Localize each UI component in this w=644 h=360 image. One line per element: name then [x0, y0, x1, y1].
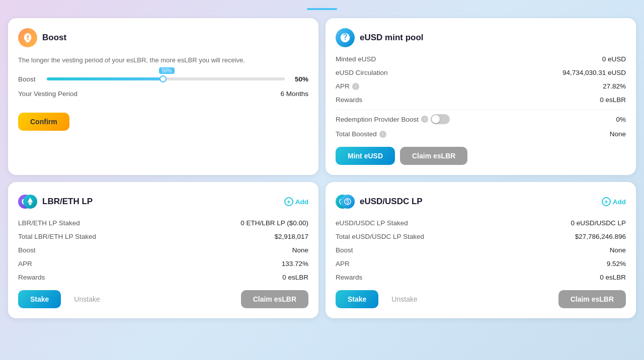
- main-grid: Boost The longer the vesting period of y…: [8, 18, 636, 318]
- eusd-mint-pool-title: eUSD mint pool: [360, 33, 424, 43]
- boost-slider-value: 50%: [291, 75, 308, 83]
- redemption-toggle[interactable]: [431, 114, 450, 124]
- eth-icon: [26, 198, 34, 206]
- apr-label: APR i: [336, 82, 359, 90]
- usdc-lp-icon-circle: [341, 195, 355, 209]
- usdc-lp-icon: [344, 198, 352, 206]
- eusd-usdc-add-circle-icon: +: [602, 197, 611, 206]
- lbr-eth-total-staked-label: Total LBR/ETH LP Staked: [18, 233, 96, 240]
- redemption-value: 0%: [616, 116, 626, 123]
- lbr-eth-boost-value: None: [292, 246, 308, 254]
- lbr-eth-total-staked-value: $2,918,017: [274, 233, 308, 240]
- eusd-mint-pool-header: eUSD mint pool: [336, 28, 626, 47]
- eusd-usdc-stake-button[interactable]: Stake: [336, 290, 378, 308]
- lbr-eth-stake-button[interactable]: Stake: [18, 290, 61, 308]
- boost-slider-fill: 50%: [47, 77, 166, 80]
- apr-info-icon[interactable]: i: [352, 83, 359, 90]
- eusd-circulation-value: 94,734,030.31 eUSD: [562, 69, 626, 76]
- boost-icon-circle: [18, 28, 37, 47]
- boost-slider-pct-badge: 50%: [159, 67, 174, 74]
- minted-eusd-label: Minted eUSD: [336, 55, 376, 63]
- total-boosted-value: None: [610, 130, 626, 138]
- lbr-eth-apr-row: APR 133.72%: [18, 260, 308, 267]
- vesting-value: 6 Months: [280, 90, 308, 98]
- eusd-usdc-total-staked-value: $27,786,246.896: [575, 233, 626, 240]
- lbr-eth-apr-label: APR: [18, 260, 32, 267]
- eusd-usdc-boost-value: None: [610, 246, 626, 254]
- eusd-icon: [340, 32, 351, 43]
- lbr-eth-add-group: + Add: [284, 197, 308, 206]
- eusd-usdc-rewards-value: 0 esLBR: [600, 274, 626, 281]
- boost-description: The longer the vesting period of your es…: [18, 55, 308, 65]
- eusd-circulation-label: eUSD Circulation: [336, 69, 388, 76]
- redemption-provider-label: Redemption Provider Boost i: [336, 114, 450, 124]
- lbr-eth-btn-group: Stake Unstake Claim esLBR: [18, 290, 308, 308]
- eusd-usdc-staked-value: 0 eUSD/USDC LP: [571, 219, 626, 227]
- boost-slider-label: Boost: [18, 75, 41, 83]
- eusd-mint-pool-btn-group: Mint eUSD Claim esLBR: [336, 147, 626, 165]
- minted-eusd-row: Minted eUSD 0 eUSD: [336, 55, 626, 63]
- eth-icon-circle: [23, 195, 37, 209]
- lbr-eth-staked-row: LBR/ETH LP Staked 0 ETH/LBR LP ($0.00): [18, 219, 308, 227]
- eusd-usdc-boost-row: Boost None: [336, 246, 626, 254]
- eusd-usdc-add-label: Add: [613, 198, 626, 206]
- eusd-usdc-apr-value: 9.52%: [607, 260, 626, 267]
- add-circle-icon: +: [284, 197, 293, 206]
- total-boosted-info-icon[interactable]: i: [379, 131, 386, 138]
- lbr-eth-icon-group: [18, 192, 37, 211]
- eusd-usdc-unstake-button[interactable]: Unstake: [383, 290, 425, 308]
- boost-title: Boost: [42, 33, 66, 43]
- eusd-usdc-boost-label: Boost: [336, 246, 353, 254]
- total-boosted-label-text: Total Boosted: [336, 130, 377, 138]
- lbr-eth-add-label: Add: [295, 198, 308, 206]
- boost-slider-track[interactable]: 50%: [47, 77, 285, 80]
- apr-label-text: APR: [336, 82, 350, 90]
- lbr-eth-lp-card: LBR/ETH LP + Add LBR/ETH LP Staked 0 ETH…: [8, 182, 318, 318]
- eusd-usdc-add-button[interactable]: + Add: [602, 197, 626, 206]
- eusd-usdc-lp-card: eUSD/USDC LP + Add eUSD/USDC LP Staked 0…: [326, 182, 636, 318]
- lbr-eth-staked-label: LBR/ETH LP Staked: [18, 219, 80, 227]
- mint-eusd-button[interactable]: Mint eUSD: [336, 147, 395, 165]
- vesting-label: Your Vesting Period: [18, 90, 77, 98]
- eusd-icon-circle: [336, 28, 355, 47]
- boost-icon: [22, 32, 33, 43]
- lbr-eth-unstake-button[interactable]: Unstake: [66, 290, 108, 308]
- eusd-usdc-rewards-row: Rewards 0 esLBR: [336, 274, 626, 281]
- top-indicator: [307, 8, 337, 10]
- eusd-usdc-icon-group: [336, 192, 355, 211]
- rewards-label: Rewards: [336, 96, 362, 104]
- lbr-eth-lp-rows: LBR/ETH LP Staked 0 ETH/LBR LP ($0.00) T…: [18, 219, 308, 281]
- lbr-eth-boost-label: Boost: [18, 246, 36, 254]
- claim-eslbr-eusd-button[interactable]: Claim esLBR: [400, 147, 467, 165]
- boost-slider-thumb[interactable]: 50%: [159, 75, 167, 82]
- apr-row: APR i 27.82%: [336, 82, 626, 90]
- total-boosted-label: Total Boosted i: [336, 130, 386, 138]
- redemption-info-icon[interactable]: i: [421, 116, 428, 123]
- lbr-eth-rewards-label: Rewards: [18, 274, 45, 281]
- vesting-row: Your Vesting Period 6 Months: [18, 90, 308, 98]
- eusd-usdc-rewards-label: Rewards: [336, 274, 362, 281]
- toggle-knob: [432, 115, 440, 123]
- eusd-usdc-add-group: + Add: [602, 197, 626, 206]
- apr-value: 27.82%: [603, 82, 626, 90]
- boost-card-header: Boost: [18, 28, 308, 47]
- boost-slider-row: Boost 50% 50%: [18, 75, 308, 83]
- eusd-divider: [336, 110, 626, 110]
- eusd-usdc-staked-row: eUSD/USDC LP Staked 0 eUSD/USDC LP: [336, 219, 626, 227]
- eusd-usdc-apr-row: APR 9.52%: [336, 260, 626, 267]
- lbr-eth-rewards-value: 0 esLBR: [282, 274, 308, 281]
- lbr-eth-boost-row: Boost None: [18, 246, 308, 254]
- total-boosted-row: Total Boosted i None: [336, 130, 626, 138]
- eusd-mint-pool-card: eUSD mint pool Minted eUSD 0 eUSD eUSD C…: [326, 18, 636, 175]
- eusd-usdc-lp-header: eUSD/USDC LP + Add: [336, 192, 626, 211]
- lbr-eth-staked-value: 0 ETH/LBR LP ($0.00): [240, 219, 308, 227]
- eusd-usdc-claim-button[interactable]: Claim esLBR: [558, 290, 626, 308]
- lbr-eth-claim-button[interactable]: Claim esLBR: [241, 290, 308, 308]
- eusd-usdc-total-staked-row: Total eUSD/USDC LP Staked $27,786,246.89…: [336, 233, 626, 240]
- eusd-usdc-lp-title: eUSD/USDC LP: [360, 197, 423, 207]
- eusd-usdc-staked-label: eUSD/USDC LP Staked: [336, 219, 408, 227]
- lbr-eth-add-button[interactable]: + Add: [284, 197, 308, 206]
- eusd-usdc-lp-rows: eUSD/USDC LP Staked 0 eUSD/USDC LP Total…: [336, 219, 626, 281]
- lbr-eth-lp-header: LBR/ETH LP + Add: [18, 192, 308, 211]
- confirm-button[interactable]: Confirm: [18, 113, 69, 131]
